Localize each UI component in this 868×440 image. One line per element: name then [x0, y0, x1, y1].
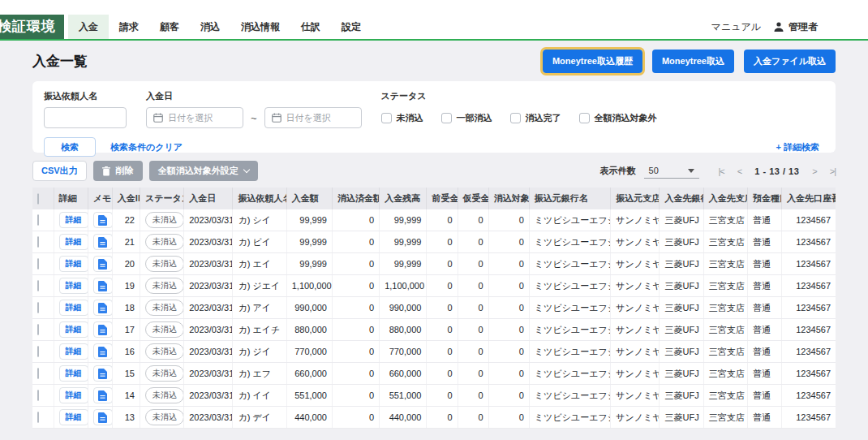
cell-id: 17 [112, 319, 140, 341]
cell-payer: カ) エイ [233, 253, 286, 275]
page-actions: Moneytree取込履歴Moneytree取込入金ファイル取込 [543, 50, 836, 73]
cell-dst_branch: 三宮支店 [703, 319, 747, 341]
cell-excluded: 0 [488, 341, 529, 363]
detail-button[interactable]: 詳細 [59, 387, 88, 403]
status-label: ステータス [381, 90, 657, 102]
detail-button[interactable]: 詳細 [59, 409, 88, 425]
nav-item-1[interactable]: 請求 [109, 15, 149, 39]
cell-cleared: 0 [332, 407, 379, 429]
cell-src_bank: ミツビシユーエフジエイ [529, 385, 610, 407]
detail-button[interactable]: 詳細 [59, 321, 88, 338]
clear-search-link[interactable]: 検索条件のクリア [110, 141, 183, 153]
cell-acct_type: 普通 [747, 385, 781, 407]
nav-item-6[interactable]: 設定 [331, 15, 372, 39]
page-action-button-2[interactable]: 入金ファイル取込 [744, 50, 836, 73]
date-from-input[interactable]: 日付を選択 [146, 107, 243, 128]
memo-button[interactable] [93, 409, 113, 425]
cell-balance: 99,999 [380, 253, 427, 275]
column-header-5: 入金日 [184, 188, 233, 209]
first-page-button[interactable]: |< [719, 166, 724, 176]
column-header-7: 入金額 [286, 188, 332, 209]
delete-button[interactable]: 削除 [93, 161, 143, 181]
prev-page-button[interactable]: < [737, 166, 741, 176]
next-page-button[interactable]: > [812, 166, 816, 176]
nav-item-3[interactable]: 消込 [190, 15, 230, 39]
cell-amount: 770,000 [286, 341, 332, 363]
column-header-18: 入金先口座番号 [782, 188, 836, 209]
nav-item-4[interactable]: 消込情報 [230, 15, 290, 39]
checkbox-icon[interactable] [579, 113, 590, 123]
memo-button[interactable] [93, 343, 113, 360]
list-toolbar: CSV出力 削除 全額消込対象外設定 表示件数 50 |< < 1 - 13 /… [32, 161, 836, 181]
cell-excluded: 0 [488, 231, 529, 253]
row-checkbox[interactable] [37, 412, 39, 423]
select-all-checkbox[interactable] [37, 193, 39, 205]
status-checkbox-2[interactable]: 消込完了 [510, 112, 561, 124]
cell-temp: 0 [458, 363, 488, 385]
detail-button[interactable]: 詳細 [59, 365, 88, 382]
manual-link[interactable]: マニュアル [711, 20, 761, 34]
memo-button[interactable] [93, 212, 113, 228]
cell-src_bank: ミツビシユーエフジエイ [529, 341, 610, 363]
cell-id: 20 [112, 253, 140, 275]
row-checkbox[interactable] [37, 236, 39, 248]
cell-dst_bank: 三菱UFJ [660, 231, 703, 253]
page-action-button-1[interactable]: Moneytree取込 [652, 50, 734, 73]
memo-button[interactable] [93, 256, 113, 272]
column-header-15: 入金先銀行名 [660, 188, 703, 209]
detail-button[interactable]: 詳細 [59, 256, 88, 272]
detail-button[interactable]: 詳細 [59, 234, 88, 250]
cell-temp: 0 [458, 385, 488, 407]
cell-dst_branch: 三宮支店 [703, 297, 747, 319]
memo-button[interactable] [93, 387, 113, 403]
checkbox-icon[interactable] [441, 113, 452, 123]
memo-button[interactable] [93, 278, 113, 294]
status-checkbox-0[interactable]: 未消込 [381, 112, 423, 124]
payer-name-input[interactable] [44, 107, 127, 128]
page-size-select[interactable]: 50 [644, 163, 699, 179]
csv-export-button[interactable]: CSV出力 [32, 161, 87, 181]
row-checkbox[interactable] [37, 258, 39, 270]
page-action-button-0[interactable]: Moneytree取込履歴 [543, 50, 642, 73]
cell-payer: カ) ジイ [233, 341, 286, 363]
row-checkbox[interactable] [37, 302, 39, 313]
status-checkbox-1[interactable]: 一部消込 [441, 112, 492, 124]
memo-button[interactable] [93, 365, 113, 382]
nav-item-0[interactable]: 入金 [68, 15, 109, 39]
cell-advance: 0 [427, 253, 458, 275]
cell-dst_branch: 三宮支店 [703, 341, 747, 363]
row-checkbox[interactable] [37, 280, 39, 291]
advanced-search-link[interactable]: + 詳細検索 [776, 141, 819, 153]
checkbox-icon[interactable] [510, 113, 521, 123]
column-header-12: 消込対象外 [488, 188, 529, 209]
row-checkbox[interactable] [37, 368, 39, 379]
cell-acct_no: 1234567 [782, 319, 836, 341]
payer-name-label: 振込依頼人名 [44, 90, 127, 102]
cell-acct_type: 普通 [747, 275, 781, 297]
row-checkbox[interactable] [37, 346, 39, 357]
row-checkbox[interactable] [37, 324, 39, 335]
detail-button[interactable]: 詳細 [59, 278, 88, 294]
checkbox-icon[interactable] [381, 113, 392, 123]
cell-advance: 0 [427, 297, 458, 319]
detail-button[interactable]: 詳細 [59, 212, 88, 228]
nav-item-2[interactable]: 顧客 [149, 15, 190, 39]
date-to-input[interactable]: 日付を選択 [264, 107, 362, 128]
row-checkbox[interactable] [37, 390, 39, 401]
user-menu[interactable]: 管理者 [773, 20, 818, 34]
cell-balance: 99,999 [380, 231, 427, 253]
status-checkbox-3[interactable]: 全額消込対象外 [579, 112, 657, 124]
cell-acct_type: 普通 [747, 253, 781, 275]
memo-button[interactable] [93, 300, 113, 316]
memo-button[interactable] [93, 234, 113, 250]
detail-button[interactable]: 詳細 [59, 343, 88, 360]
row-checkbox[interactable] [37, 214, 39, 226]
memo-button[interactable] [93, 321, 113, 338]
cell-cleared: 0 [332, 253, 379, 275]
last-page-button[interactable]: >| [830, 166, 836, 176]
exclude-setting-button[interactable]: 全額消込対象外設定 [149, 161, 258, 181]
detail-button[interactable]: 詳細 [59, 300, 88, 316]
search-button[interactable]: 検索 [44, 137, 96, 157]
memo-icon [98, 390, 107, 401]
nav-item-5[interactable]: 仕訳 [290, 15, 331, 39]
